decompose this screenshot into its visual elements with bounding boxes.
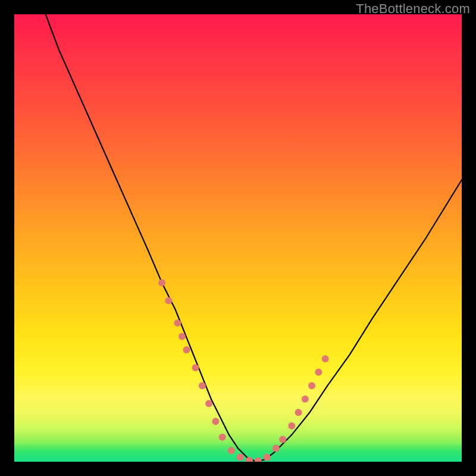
highlight-dot bbox=[315, 369, 322, 376]
highlight-dot bbox=[199, 382, 206, 389]
highlight-dot bbox=[279, 436, 286, 443]
highlight-dot bbox=[178, 333, 186, 340]
chart-svg bbox=[14, 14, 462, 462]
highlight-dot bbox=[288, 422, 295, 430]
highlight-dot bbox=[264, 453, 271, 461]
plot-area bbox=[14, 14, 462, 462]
highlight-dot bbox=[219, 434, 226, 441]
highlight-dot bbox=[192, 364, 199, 371]
highlight-dot bbox=[295, 409, 302, 416]
highlight-dot bbox=[165, 297, 172, 304]
highlight-dot bbox=[255, 458, 262, 462]
highlight-dot bbox=[237, 453, 244, 461]
figure-frame: TheBottleneck.com bbox=[0, 0, 476, 476]
highlight-dot bbox=[273, 444, 280, 452]
highlight-dot bbox=[302, 396, 309, 403]
highlight-dot bbox=[308, 382, 315, 389]
highlight-dot bbox=[183, 346, 190, 353]
highlight-dot bbox=[174, 320, 181, 327]
highlight-dot bbox=[322, 355, 329, 362]
highlight-dot bbox=[158, 279, 165, 286]
bottleneck-curve bbox=[46, 14, 462, 462]
highlight-dot bbox=[228, 447, 235, 454]
watermark-text: TheBottleneck.com bbox=[356, 1, 470, 17]
highlight-dot bbox=[212, 418, 219, 425]
highlight-dots bbox=[158, 279, 328, 462]
highlight-dot bbox=[205, 400, 212, 407]
